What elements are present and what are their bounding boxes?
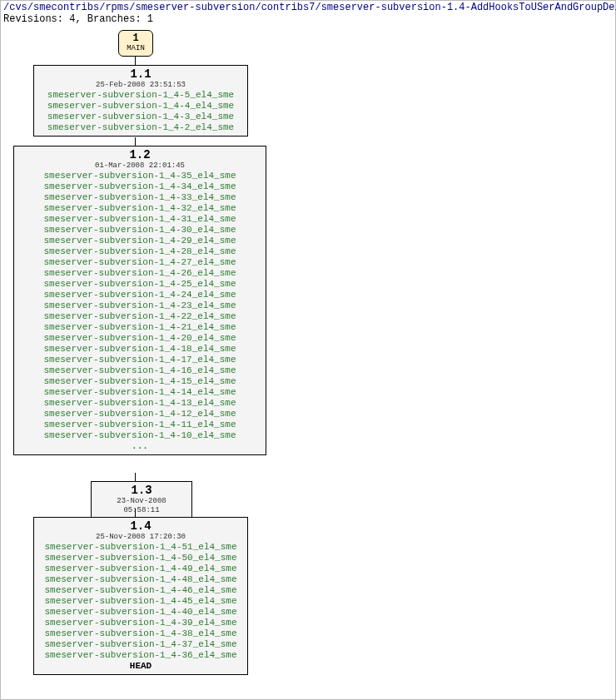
branch-main-node[interactable]: 1 MAIN [118, 30, 153, 57]
tag-label[interactable]: smeserver-subversion-1_4-29_el4_sme [19, 236, 261, 246]
tag-label[interactable]: smeserver-subversion-1_4-11_el4_sme [19, 420, 261, 430]
tag-label[interactable]: smeserver-subversion-1_4-40_el4_sme [39, 607, 242, 618]
branch-number: 1 [119, 32, 152, 44]
revision-version: 1.1 [39, 67, 242, 81]
tag-label[interactable]: smeserver-subversion-1_4-36_el4_sme [39, 650, 242, 661]
tag-label[interactable]: smeserver-subversion-1_4-32_el4_sme [19, 203, 261, 214]
tag-label[interactable]: smeserver-subversion-1_4-48_el4_sme [39, 574, 242, 585]
connector [135, 473, 136, 481]
tag-label[interactable]: smeserver-subversion-1_4-17_el4_sme [19, 355, 261, 365]
tag-label[interactable]: smeserver-subversion-1_4-38_el4_sme [39, 628, 242, 639]
tag-label[interactable]: smeserver-subversion-1_4-31_el4_sme [19, 214, 261, 225]
tag-label[interactable]: smeserver-subversion-1_4-24_el4_sme [19, 290, 261, 300]
tag-label[interactable]: smeserver-subversion-1_4-20_el4_sme [19, 333, 261, 344]
tag-label[interactable]: smeserver-subversion-1_4-33_el4_sme [19, 192, 261, 203]
revisions-summary: Revisions: 4, Branches: 1 [3, 13, 153, 25]
connector [135, 509, 136, 517]
branch-label: MAIN [119, 44, 152, 52]
tag-label[interactable]: smeserver-subversion-1_4-14_el4_sme [19, 387, 261, 398]
revision-version: 1.2 [19, 148, 261, 161]
tag-label[interactable]: smeserver-subversion-1_4-13_el4_sme [19, 398, 261, 409]
tag-label[interactable]: smeserver-subversion-1_4-2_el4_sme [39, 122, 242, 133]
tags-truncated-ellipsis[interactable]: ... [19, 441, 261, 452]
revision-date: 01-Mar-2008 22:01:45 [19, 161, 261, 171]
head-label: HEAD [39, 661, 242, 672]
tag-label[interactable]: smeserver-subversion-1_4-25_el4_sme [19, 279, 261, 290]
cvs-graph-page: /cvs/smecontribs/rpms/smeserver-subversi… [0, 0, 616, 700]
revision-date: 25-Nov-2008 17:20:30 [39, 533, 242, 542]
tag-label[interactable]: smeserver-subversion-1_4-37_el4_sme [39, 639, 242, 650]
revision-node-1-3[interactable]: 1.3 23-Nov-2008 05:58:11 [91, 481, 192, 519]
tag-label[interactable]: smeserver-subversion-1_4-23_el4_sme [19, 300, 261, 311]
tag-label[interactable]: smeserver-subversion-1_4-15_el4_sme [19, 376, 261, 387]
tag-label[interactable]: smeserver-subversion-1_4-22_el4_sme [19, 311, 261, 322]
tag-label[interactable]: smeserver-subversion-1_4-12_el4_sme [19, 409, 261, 420]
file-path[interactable]: /cvs/smecontribs/rpms/smeserver-subversi… [3, 2, 616, 13]
tag-label[interactable]: smeserver-subversion-1_4-30_el4_sme [19, 225, 261, 236]
tag-label[interactable]: smeserver-subversion-1_4-34_el4_sme [19, 181, 261, 192]
tag-label[interactable]: smeserver-subversion-1_4-35_el4_sme [19, 171, 261, 181]
revision-version: 1.3 [97, 484, 186, 497]
connector [135, 57, 136, 65]
tag-label[interactable]: smeserver-subversion-1_4-46_el4_sme [39, 585, 242, 596]
tag-label[interactable]: smeserver-subversion-1_4-21_el4_sme [19, 322, 261, 333]
tag-label[interactable]: smeserver-subversion-1_4-18_el4_sme [19, 344, 261, 355]
tag-label[interactable]: smeserver-subversion-1_4-4_el4_sme [39, 101, 242, 112]
tag-label[interactable]: smeserver-subversion-1_4-16_el4_sme [19, 365, 261, 376]
tag-label[interactable]: smeserver-subversion-1_4-28_el4_sme [19, 246, 261, 257]
tag-label[interactable]: smeserver-subversion-1_4-50_el4_sme [39, 553, 242, 563]
revision-node-1-4[interactable]: 1.4 25-Nov-2008 17:20:30 smeserver-subve… [33, 517, 248, 675]
tag-label[interactable]: smeserver-subversion-1_4-5_el4_sme [39, 90, 242, 101]
revision-node-1-2[interactable]: 1.2 01-Mar-2008 22:01:45 smeserver-subve… [13, 146, 266, 455]
tag-label[interactable]: smeserver-subversion-1_4-51_el4_sme [39, 542, 242, 553]
tag-label[interactable]: smeserver-subversion-1_4-10_el4_sme [19, 430, 261, 441]
tag-label[interactable]: smeserver-subversion-1_4-39_el4_sme [39, 618, 242, 628]
connector [135, 137, 136, 146]
revision-date: 23-Nov-2008 05:58:11 [97, 497, 186, 515]
tag-label[interactable]: smeserver-subversion-1_4-26_el4_sme [19, 268, 261, 279]
revision-version: 1.4 [39, 519, 242, 533]
revision-date: 25-Feb-2008 23:51:53 [39, 81, 242, 90]
tag-label[interactable]: smeserver-subversion-1_4-3_el4_sme [39, 112, 242, 122]
tag-label[interactable]: smeserver-subversion-1_4-27_el4_sme [19, 257, 261, 268]
tag-label[interactable]: smeserver-subversion-1_4-49_el4_sme [39, 563, 242, 574]
revision-node-1-1[interactable]: 1.1 25-Feb-2008 23:51:53 smeserver-subve… [33, 65, 248, 137]
tag-label[interactable]: smeserver-subversion-1_4-45_el4_sme [39, 596, 242, 607]
